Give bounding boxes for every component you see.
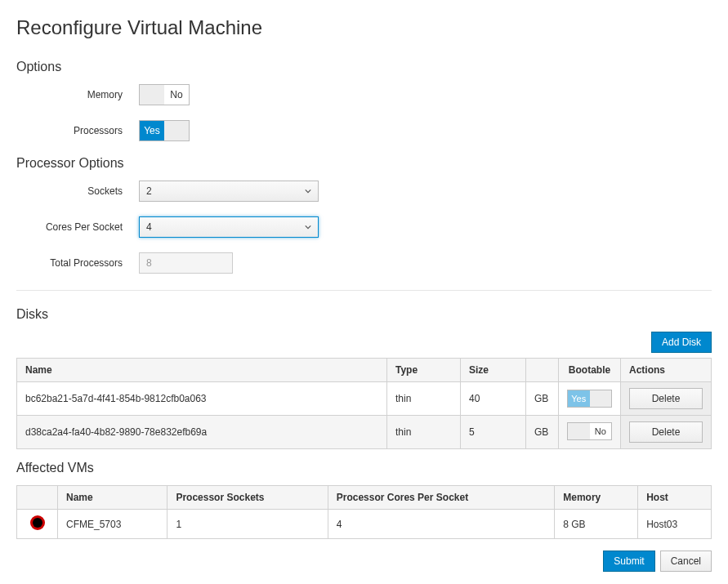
- sockets-value: 2: [146, 185, 152, 197]
- disks-heading: Disks: [16, 307, 712, 322]
- col-sockets: Processor Sockets: [167, 486, 328, 510]
- cores-value: 4: [146, 221, 152, 233]
- processors-toggle-value: Yes: [140, 121, 164, 140]
- add-disk-button[interactable]: Add Disk: [651, 332, 712, 353]
- disk-unit: GB: [526, 382, 559, 416]
- disk-name: d38ca2a4-fa40-4b82-9890-78e832efb69a: [17, 416, 387, 449]
- processor-options-heading: Processor Options: [16, 156, 712, 171]
- col-name: Name: [58, 486, 167, 510]
- disk-size: 40: [461, 382, 526, 416]
- table-row: bc62ba21-5a7d-4f41-854b-9812cfb0a063 thi…: [17, 382, 712, 416]
- sockets-select[interactable]: 2: [139, 181, 319, 202]
- table-row: CFME_5703 1 4 8 GB Host03: [17, 510, 712, 539]
- memory-toggle[interactable]: No: [139, 84, 190, 105]
- col-name: Name: [17, 359, 387, 382]
- disk-type: thin: [387, 416, 461, 449]
- memory-toggle-value: No: [164, 85, 189, 105]
- chevron-down-icon: [305, 224, 311, 230]
- disk-unit: GB: [526, 416, 559, 449]
- disks-table: Name Type Size Bootable Actions bc62ba21…: [16, 358, 712, 449]
- cancel-button[interactable]: Cancel: [660, 551, 712, 572]
- vm-sockets: 1: [167, 510, 328, 539]
- processors-toggle[interactable]: Yes: [139, 120, 190, 141]
- options-heading: Options: [16, 60, 712, 74]
- affected-table: Name Processor Sockets Processor Cores P…: [16, 485, 712, 539]
- vm-os-icon: [30, 515, 45, 530]
- bootable-toggle[interactable]: No: [567, 422, 612, 440]
- col-icon: [17, 486, 58, 510]
- table-row: d38ca2a4-fa40-4b82-9890-78e832efb69a thi…: [17, 416, 712, 449]
- chevron-down-icon: [305, 188, 311, 194]
- col-actions: Actions: [621, 359, 712, 382]
- disk-type: thin: [387, 382, 461, 416]
- disk-size: 5: [461, 416, 526, 449]
- submit-button[interactable]: Submit: [603, 551, 654, 572]
- col-cores: Processor Cores Per Socket: [328, 486, 554, 510]
- cores-row: Cores Per Socket 4: [16, 216, 712, 238]
- processors-label: Processors: [16, 125, 139, 136]
- sockets-label: Sockets: [16, 185, 139, 197]
- col-host: Host: [638, 486, 712, 510]
- bootable-value: Yes: [568, 390, 590, 407]
- vm-host: Host03: [638, 510, 712, 539]
- col-bootable: Bootable: [559, 359, 621, 382]
- delete-disk-button[interactable]: Delete: [629, 388, 703, 409]
- memory-row: Memory No: [16, 84, 712, 105]
- processors-row: Processors Yes: [16, 120, 712, 141]
- total-row: Total Processors 8: [16, 252, 712, 274]
- vm-cores: 4: [328, 510, 554, 539]
- cores-select[interactable]: 4: [139, 216, 319, 238]
- total-processors-field: 8: [139, 252, 233, 274]
- vm-name: CFME_5703: [58, 510, 167, 539]
- affected-heading: Affected VMs: [16, 461, 712, 475]
- col-unit: [526, 359, 559, 382]
- memory-label: Memory: [16, 89, 139, 100]
- bootable-toggle[interactable]: Yes: [567, 390, 612, 408]
- bootable-value: No: [590, 423, 612, 439]
- total-label: Total Processors: [16, 257, 139, 269]
- total-value: 8: [146, 257, 152, 269]
- col-type: Type: [387, 359, 461, 382]
- cores-label: Cores Per Socket: [16, 221, 139, 233]
- col-size: Size: [461, 359, 526, 382]
- sockets-row: Sockets 2: [16, 181, 712, 202]
- delete-disk-button[interactable]: Delete: [629, 421, 703, 443]
- vm-memory: 8 GB: [555, 510, 638, 539]
- page-title: Reconfigure Virtual Machine: [16, 16, 712, 39]
- divider: [16, 290, 712, 291]
- col-memory: Memory: [555, 486, 638, 510]
- disk-name: bc62ba21-5a7d-4f41-854b-9812cfb0a063: [17, 382, 387, 416]
